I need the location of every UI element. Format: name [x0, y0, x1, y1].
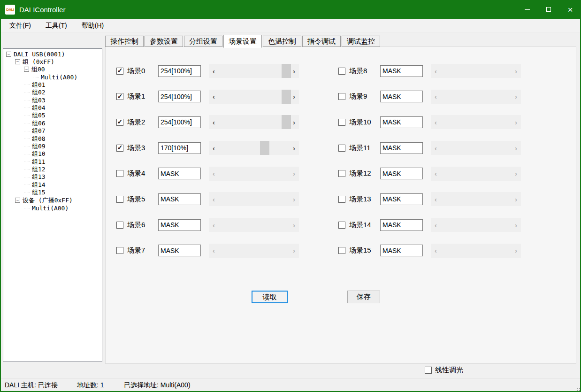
- tree-item[interactable]: 组03: [3, 96, 102, 104]
- slider-thumb[interactable]: [282, 90, 291, 104]
- scene-slider[interactable]: ‹ ›: [209, 64, 299, 78]
- scene-checkbox[interactable]: ✓: [116, 222, 123, 229]
- tab-parameter-settings[interactable]: 参数设置: [145, 36, 183, 47]
- scene-slider[interactable]: ‹ ›: [209, 141, 299, 155]
- menu-help[interactable]: 帮助(H): [76, 20, 109, 32]
- scene-checkbox[interactable]: ✓: [116, 145, 123, 152]
- tree-item[interactable]: 组12: [3, 166, 102, 173]
- slider-arrow-right-icon[interactable]: ›: [512, 244, 520, 258]
- scene-value-input[interactable]: [158, 168, 201, 179]
- menu-file[interactable]: 文件(F): [4, 20, 36, 32]
- scene-value-input[interactable]: [158, 91, 201, 102]
- scene-value-input[interactable]: [380, 193, 423, 205]
- scene-slider[interactable]: ‹ ›: [209, 90, 299, 104]
- scene-checkbox[interactable]: ✓: [116, 93, 123, 100]
- scene-checkbox[interactable]: ✓: [338, 247, 345, 254]
- read-button[interactable]: 读取: [252, 291, 288, 303]
- tree-item[interactable]: 组13: [3, 173, 102, 181]
- tree-item[interactable]: Multi(A00): [3, 204, 102, 212]
- scene-value-input[interactable]: [380, 142, 423, 154]
- tree-expand-icon[interactable]: −: [24, 67, 29, 72]
- slider-arrow-right-icon[interactable]: ›: [290, 115, 298, 129]
- save-button[interactable]: 保存: [347, 291, 380, 303]
- slider-arrow-left-icon[interactable]: ‹: [432, 115, 440, 129]
- scene-value-input[interactable]: [380, 219, 423, 231]
- slider-arrow-right-icon[interactable]: ›: [512, 90, 520, 104]
- scene-value-input[interactable]: [380, 245, 423, 256]
- maximize-button[interactable]: [538, 0, 559, 19]
- scene-checkbox[interactable]: ✓: [116, 119, 123, 126]
- slider-arrow-left-icon[interactable]: ‹: [432, 141, 440, 155]
- scene-value-input[interactable]: [158, 219, 201, 231]
- slider-arrow-right-icon[interactable]: ›: [290, 64, 298, 78]
- slider-thumb[interactable]: [282, 64, 291, 78]
- slider-arrow-left-icon[interactable]: ‹: [432, 90, 440, 104]
- slider-arrow-right-icon[interactable]: ›: [290, 218, 298, 232]
- slider-arrow-right-icon[interactable]: ›: [512, 167, 520, 181]
- scene-checkbox[interactable]: ✓: [116, 170, 123, 177]
- slider-arrow-right-icon[interactable]: ›: [290, 192, 298, 206]
- tree-expand-icon[interactable]: −: [15, 198, 20, 203]
- slider-arrow-left-icon[interactable]: ‹: [210, 218, 218, 232]
- slider-arrow-left-icon[interactable]: ‹: [432, 218, 440, 232]
- scene-value-input[interactable]: [158, 65, 201, 77]
- scene-checkbox[interactable]: ✓: [338, 196, 345, 203]
- tab-debug-monitor[interactable]: 调试监控: [342, 36, 380, 47]
- slider-arrow-left-icon[interactable]: ‹: [210, 64, 218, 78]
- scene-checkbox[interactable]: ✓: [116, 68, 123, 75]
- scene-checkbox[interactable]: ✓: [338, 222, 345, 229]
- slider-arrow-left-icon[interactable]: ‹: [432, 192, 440, 206]
- tree-item[interactable]: 组06: [3, 120, 102, 127]
- tree-item[interactable]: 组01: [3, 81, 102, 89]
- slider-arrow-right-icon[interactable]: ›: [512, 64, 520, 78]
- tree-expand-icon[interactable]: −: [15, 59, 20, 64]
- slider-thumb[interactable]: [282, 115, 291, 129]
- slider-arrow-right-icon[interactable]: ›: [290, 141, 298, 155]
- slider-arrow-right-icon[interactable]: ›: [290, 90, 298, 104]
- slider-arrow-left-icon[interactable]: ‹: [210, 167, 218, 181]
- tab-grouping-settings[interactable]: 分组设置: [184, 36, 222, 47]
- scene-checkbox[interactable]: ✓: [116, 247, 123, 254]
- scene-slider[interactable]: ‹ ›: [209, 115, 299, 129]
- tree-item[interactable]: 组14: [3, 181, 102, 189]
- scene-checkbox[interactable]: ✓: [338, 68, 345, 75]
- tree-item[interactable]: 组09: [3, 143, 102, 150]
- tab-command-debug[interactable]: 指令调试: [302, 36, 341, 47]
- scene-checkbox[interactable]: ✓: [338, 119, 345, 126]
- scene-checkbox[interactable]: ✓: [338, 170, 345, 177]
- slider-arrow-left-icon[interactable]: ‹: [210, 244, 218, 258]
- slider-arrow-left-icon[interactable]: ‹: [432, 244, 440, 258]
- resize-grip[interactable]: [577, 388, 578, 389]
- tab-operation-control[interactable]: 操作控制: [105, 36, 144, 47]
- tree-item[interactable]: Multi(A00): [3, 73, 102, 81]
- scene-value-input[interactable]: [158, 245, 201, 256]
- slider-arrow-right-icon[interactable]: ›: [290, 244, 298, 258]
- tree-item[interactable]: 组08: [3, 135, 102, 142]
- tree-item[interactable]: −设备 (广播0xFF): [3, 196, 102, 204]
- slider-arrow-left-icon[interactable]: ‹: [210, 141, 218, 155]
- scene-value-input[interactable]: [158, 193, 201, 205]
- slider-arrow-right-icon[interactable]: ›: [290, 167, 298, 181]
- slider-arrow-left-icon[interactable]: ‹: [432, 64, 440, 78]
- slider-arrow-left-icon[interactable]: ‹: [210, 90, 218, 104]
- scene-value-input[interactable]: [158, 142, 201, 154]
- slider-arrow-right-icon[interactable]: ›: [512, 141, 520, 155]
- tree-item[interactable]: 组02: [3, 89, 102, 96]
- tree-item[interactable]: −组 (0xFF): [3, 58, 102, 65]
- tree-item[interactable]: −组00: [3, 66, 102, 73]
- slider-arrow-right-icon[interactable]: ›: [512, 218, 520, 232]
- scene-value-input[interactable]: [380, 168, 423, 179]
- menu-tools[interactable]: 工具(T): [40, 20, 72, 32]
- minimize-button[interactable]: [516, 0, 538, 19]
- slider-arrow-left-icon[interactable]: ‹: [210, 192, 218, 206]
- scene-checkbox[interactable]: ✓: [116, 196, 123, 203]
- tab-scene-settings[interactable]: 场景设置: [223, 35, 262, 48]
- tree-item[interactable]: 组10: [3, 150, 102, 158]
- close-button[interactable]: ×: [559, 0, 581, 19]
- scene-value-input[interactable]: [380, 116, 423, 128]
- tree-item[interactable]: −DALI USB(0001): [3, 50, 102, 58]
- slider-arrow-left-icon[interactable]: ‹: [432, 167, 440, 181]
- slider-arrow-right-icon[interactable]: ›: [512, 192, 520, 206]
- slider-thumb[interactable]: [260, 141, 269, 155]
- tree-expand-icon[interactable]: −: [6, 52, 11, 57]
